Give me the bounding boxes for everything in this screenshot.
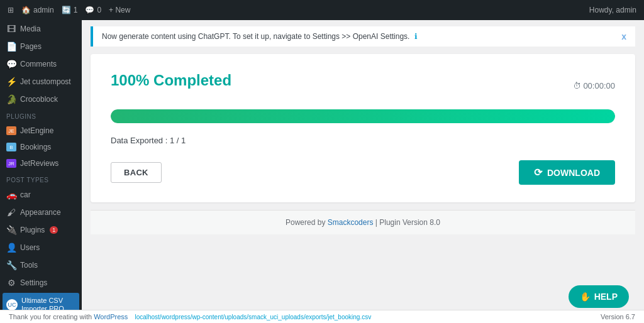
sidebar-item-jetreviews-label: JetReviews [20, 159, 58, 168]
sidebar-item-ultimate-csv-label: Ultimate CSV Importer PRO [21, 297, 75, 310]
progress-bar-background [111, 109, 615, 123]
sidebar-item-media[interactable]: 🎞 Media [0, 20, 82, 38]
pages-icon: 📄 [6, 41, 16, 52]
comments-item[interactable]: 💬 0 [85, 6, 101, 14]
sidebar-item-media-label: Media [20, 25, 41, 33]
data-exported-label: Data Exported : 1 / 1 [111, 136, 186, 145]
post-types-section-label: POST TYPES [0, 172, 82, 186]
bottom-bar-left: Thank you for creating with WordPress lo… [9, 313, 371, 320]
notice-text: Now generate content using ChatGPT. To s… [102, 32, 418, 41]
completed-title: 100% Completed [111, 72, 231, 89]
version-text: Version 6.7 [601, 313, 635, 320]
completed-header: 100% Completed ⏱ 00:00:00 [111, 72, 615, 99]
users-icon: 👤 [6, 243, 16, 253]
thank-you-text: Thank you for creating with [9, 313, 92, 320]
timer-display: ⏱ 00:00:00 [573, 81, 615, 90]
timer-text: ⏱ 00:00:00 [573, 81, 615, 90]
wp-icon: ⊞ [8, 6, 14, 14]
export-footer: Powered by Smackcoders | Plugin Version … [91, 210, 635, 234]
admin-user-item[interactable]: 🏠 admin [21, 6, 54, 14]
sidebar-item-car-label: car [20, 190, 31, 199]
progress-bar-fill [111, 109, 615, 123]
new-label: + New [109, 6, 130, 14]
help-label: HELP [594, 292, 618, 302]
help-button[interactable]: ✋ HELP [569, 285, 629, 308]
updates-count: 1 [74, 6, 78, 14]
sidebar-item-jetreviews[interactable]: JR JetReviews [0, 155, 82, 172]
plugin-version-text: | Plugin Version 8.0 [375, 218, 440, 227]
wp-logo-item[interactable]: ⊞ [8, 6, 14, 14]
card-actions: BACK ⟳ DOWNLOAD [111, 160, 615, 185]
home-icon: 🏠 [21, 6, 31, 14]
comments-icon: 💬 [85, 6, 94, 14]
content-area: Now generate content using ChatGPT. To s… [82, 20, 644, 310]
appearance-icon: 🖌 [6, 207, 16, 217]
jetengine-icon: JE [6, 126, 16, 135]
sidebar-item-appearance[interactable]: 🖌 Appearance [0, 204, 82, 221]
sidebar-item-bookings-label: Bookings [20, 143, 51, 151]
completed-title-text: 100% Completed [111, 72, 231, 89]
sidebar-item-jetcustompost-label: Jet custompost [20, 77, 71, 86]
download-icon: ⟳ [534, 167, 542, 178]
data-exported-text: Data Exported : 1 / 1 [111, 136, 615, 145]
sidebar-item-settings[interactable]: ⚙ Settings [0, 274, 82, 292]
sidebar-item-pages[interactable]: 📄 Pages [0, 38, 82, 55]
settings-icon: ⚙ [6, 278, 16, 288]
admin-bar-right: Howdy, admin [589, 6, 636, 14]
jetreviews-icon: JR [6, 159, 16, 168]
wordpress-link[interactable]: WordPress [94, 313, 128, 320]
sidebar-item-comments-label: Comments [20, 60, 57, 68]
notice-message: Now generate content using ChatGPT. To s… [102, 32, 409, 41]
main-wrapper: 🎞 Media 📄 Pages 💬 Comments ⚡ Jet customp… [0, 20, 644, 310]
download-button[interactable]: ⟳ DOWNLOAD [519, 160, 615, 185]
updates-icon: 🔄 [62, 6, 71, 14]
export-card: 100% Completed ⏱ 00:00:00 Data Exported … [91, 54, 635, 202]
file-path: localhost/wordpress/wp-content/uploads/s… [135, 314, 371, 320]
car-icon: 🚗 [6, 190, 16, 200]
smackcoders-link[interactable]: Smackcoders [328, 218, 374, 227]
plugins-icon: 🔌 [6, 225, 16, 235]
crocoblock-icon: 🐊 [6, 94, 16, 104]
sidebar-item-tools-label: Tools [20, 261, 38, 270]
new-content-item[interactable]: + New [109, 6, 130, 14]
admin-bar: ⊞ 🏠 admin 🔄 1 💬 0 + New Howdy, admin [0, 0, 644, 20]
sidebar-item-plugins-label: Plugins [20, 226, 45, 234]
csv-importer-icon: UC [6, 299, 18, 310]
sidebar-item-car[interactable]: 🚗 car [0, 186, 82, 204]
bottom-bar-right: Version 6.7 [601, 313, 635, 320]
help-icon: ✋ [580, 292, 591, 302]
bottom-bar: Thank you for creating with WordPress lo… [0, 310, 644, 323]
sidebar-item-jetcustompost[interactable]: ⚡ Jet custompost [0, 73, 82, 90]
plugins-section-label: PLUGINS [0, 108, 82, 123]
jetcustompost-icon: ⚡ [6, 77, 16, 87]
updates-item[interactable]: 🔄 1 [62, 6, 78, 14]
sidebar-item-plugins[interactable]: 🔌 Plugins 1 [0, 221, 82, 239]
notice-close-button[interactable]: x [621, 31, 626, 41]
comments-icon: 💬 [6, 59, 16, 69]
sidebar-item-jetengine[interactable]: JE JetEngine [0, 123, 82, 139]
sidebar-item-comments[interactable]: 💬 Comments [0, 55, 82, 73]
sidebar-item-pages-label: Pages [20, 42, 42, 51]
sidebar: 🎞 Media 📄 Pages 💬 Comments ⚡ Jet customp… [0, 20, 82, 310]
admin-label: admin [33, 6, 54, 14]
sidebar-item-tools[interactable]: 🔧 Tools [0, 256, 82, 274]
tools-icon: 🔧 [6, 260, 16, 270]
admin-bar-left: ⊞ 🏠 admin 🔄 1 💬 0 + New [8, 6, 130, 14]
sidebar-item-appearance-label: Appearance [20, 208, 61, 217]
notice-bar: Now generate content using ChatGPT. To s… [91, 26, 635, 47]
download-label: DOWNLOAD [547, 168, 600, 178]
back-button[interactable]: BACK [111, 162, 162, 183]
comments-count: 0 [97, 6, 101, 14]
bookings-icon: B [6, 143, 16, 151]
sidebar-item-users-label: Users [20, 243, 40, 252]
sidebar-item-crocoblock[interactable]: 🐊 Crocoblock [0, 90, 82, 108]
sidebar-item-bookings[interactable]: B Bookings [0, 139, 82, 155]
plugins-badge: 1 [50, 226, 58, 234]
howdy-text: Howdy, admin [589, 6, 636, 14]
sidebar-item-ultimate-csv[interactable]: UC Ultimate CSV Importer PRO [3, 293, 79, 310]
powered-by-text: Powered by [286, 218, 325, 227]
sidebar-item-users[interactable]: 👤 Users [0, 239, 82, 256]
info-icon: ℹ [414, 32, 418, 41]
sidebar-item-settings-label: Settings [20, 278, 47, 287]
sidebar-item-jetengine-label: JetEngine [20, 126, 53, 135]
